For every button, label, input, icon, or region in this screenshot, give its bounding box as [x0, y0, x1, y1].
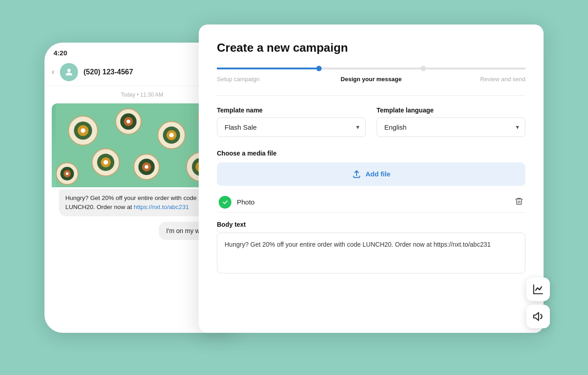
svg-point-19 — [169, 133, 174, 137]
megaphone-icon — [532, 311, 544, 322]
step-label-3: Review and send — [422, 76, 525, 83]
contact-number: (520) 123-4567 — [83, 68, 133, 76]
add-file-label: Add file — [366, 170, 391, 178]
progress-track — [217, 66, 525, 71]
step-label-1: Setup campaign — [217, 76, 320, 83]
progress-step-3 — [426, 68, 525, 69]
template-name-label: Template name — [217, 107, 366, 114]
message-link[interactable]: https://nxt.to/abc231 — [134, 204, 189, 210]
template-language-label: Template language — [377, 107, 525, 114]
checkmark-icon — [222, 199, 228, 205]
svg-point-31 — [145, 165, 148, 169]
progress-dot-2 — [316, 66, 322, 71]
scene: 4:20 — [44, 24, 544, 351]
floating-widget — [526, 278, 550, 328]
svg-point-27 — [103, 160, 108, 165]
step-label-2: Design your message — [320, 76, 423, 83]
back-button[interactable]: ‹ — [52, 67, 54, 77]
progress-section: Setup campaign Design your message Revie… — [217, 66, 525, 83]
svg-point-39 — [66, 172, 69, 175]
progress-step-2 — [322, 68, 421, 69]
campaign-panel: Create a new campaign Setup campaign Des… — [199, 24, 544, 333]
megaphone-widget-button[interactable] — [526, 305, 550, 328]
panel-title: Create a new campaign — [217, 41, 525, 55]
body-text-label: Body text — [217, 221, 525, 228]
file-info: Photo — [219, 196, 255, 209]
progress-step-1 — [217, 68, 316, 69]
template-language-select-wrapper: English Spanish French ▾ — [377, 117, 525, 137]
template-name-select[interactable]: Flash Sale Summer Sale Holiday Promo — [217, 117, 366, 137]
trash-icon — [514, 196, 524, 206]
template-language-group: Template language English Spanish French… — [377, 107, 525, 137]
template-name-group: Template name Flash Sale Summer Sale Hol… — [217, 107, 366, 137]
file-row: Photo — [217, 192, 525, 213]
person-icon — [64, 67, 74, 77]
delete-file-button[interactable] — [514, 196, 524, 208]
file-check-icon — [219, 196, 231, 209]
media-label: Choose a media file — [217, 150, 525, 157]
add-file-button[interactable]: Add file — [217, 162, 525, 186]
progress-labels: Setup campaign Design your message Revie… — [217, 76, 525, 83]
template-language-select[interactable]: English Spanish French — [377, 117, 525, 137]
chart-icon — [532, 283, 544, 295]
svg-point-11 — [81, 128, 85, 133]
svg-point-6 — [67, 68, 70, 72]
divider — [217, 95, 525, 96]
avatar — [60, 63, 78, 81]
chart-widget-button[interactable] — [526, 278, 550, 301]
phone-time: 4:20 — [54, 49, 67, 57]
template-name-select-wrapper: Flash Sale Summer Sale Holiday Promo ▾ — [217, 117, 366, 137]
file-name: Photo — [237, 198, 255, 206]
progress-dot-3 — [421, 66, 426, 71]
template-row: Template name Flash Sale Summer Sale Hol… — [217, 107, 525, 137]
svg-point-15 — [127, 120, 130, 123]
upload-icon — [352, 170, 361, 179]
body-text-input[interactable]: Hungry? Get 20% off your entire order wi… — [217, 233, 525, 273]
